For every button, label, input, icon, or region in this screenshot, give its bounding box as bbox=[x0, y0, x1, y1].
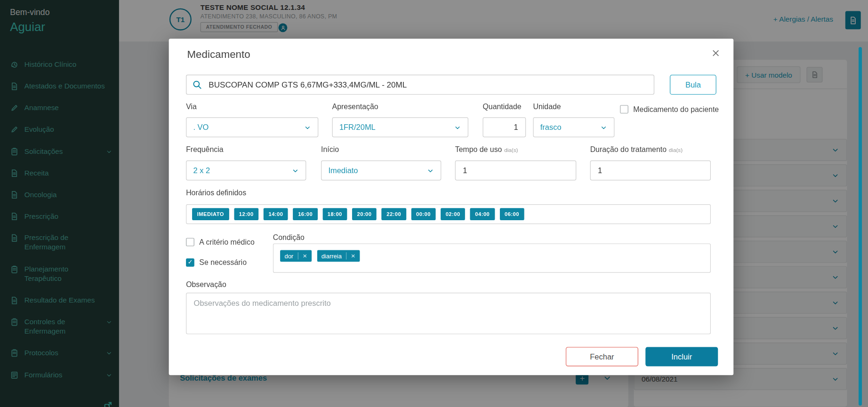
chevron-down-icon bbox=[427, 167, 434, 174]
condition-tag: diarreia× bbox=[317, 250, 360, 262]
checkbox[interactable] bbox=[620, 105, 628, 113]
chevron-down-icon bbox=[454, 124, 461, 131]
time-chip[interactable]: 12:00 bbox=[234, 208, 258, 220]
frequencia-field: Frequência 2 x 2 bbox=[186, 145, 306, 180]
chevron-down-icon bbox=[304, 124, 311, 131]
duracao-tratamento-label: Duração do tratamentodia(s) bbox=[590, 145, 711, 154]
via-field: Via . VO bbox=[186, 103, 318, 137]
unidade-label: Unidade bbox=[533, 103, 615, 112]
unidade-select[interactable]: frasco bbox=[533, 117, 615, 137]
remove-tag-icon[interactable]: × bbox=[298, 252, 307, 259]
time-chip[interactable]: 02:00 bbox=[441, 208, 465, 220]
inicio-label: Início bbox=[321, 145, 441, 154]
remove-tag-icon[interactable]: × bbox=[346, 252, 355, 259]
search-icon bbox=[192, 80, 202, 89]
via-select[interactable]: . VO bbox=[186, 117, 318, 137]
medication-modal: Medicamento Bula Via . VO Apresentação 1… bbox=[169, 39, 734, 375]
incluir-button[interactable]: Incluir bbox=[645, 347, 718, 366]
checkbox[interactable] bbox=[186, 258, 194, 267]
tempo-de-uso-label: Tempo de usodia(s) bbox=[455, 145, 577, 154]
close-icon[interactable] bbox=[711, 48, 720, 57]
modal-title: Medicamento bbox=[187, 48, 250, 61]
tempo-de-uso-field: Tempo de usodia(s) bbox=[455, 145, 577, 180]
bula-button[interactable]: Bula bbox=[670, 75, 716, 95]
inicio-select[interactable]: Imediato bbox=[321, 160, 441, 180]
se-necessario-checkbox[interactable]: Se necessário bbox=[186, 258, 247, 267]
unidade-value: frasco bbox=[540, 123, 562, 132]
observation-textarea[interactable] bbox=[186, 293, 711, 334]
observacao-label: Observação bbox=[186, 280, 226, 289]
apresentacao-label: Apresentação bbox=[332, 103, 468, 112]
defined-times-box: IMEDIATO12:0014:0016:0018:0020:0022:0000… bbox=[186, 204, 711, 224]
time-chip[interactable]: 16:00 bbox=[293, 208, 318, 220]
time-chip[interactable]: 00:00 bbox=[411, 208, 435, 220]
checkbox-label: A critério médico bbox=[199, 238, 254, 247]
unidade-field: Unidade frasco bbox=[533, 103, 615, 137]
time-chip[interactable]: 18:00 bbox=[322, 208, 347, 220]
vertical-scrollbar[interactable] bbox=[859, 47, 862, 406]
medication-search bbox=[186, 75, 654, 95]
checkbox-label: Se necessário bbox=[199, 258, 247, 267]
frequencia-select[interactable]: 2 x 2 bbox=[186, 160, 306, 180]
patient-medication-checkbox[interactable]: Medicamento do paciente bbox=[620, 105, 719, 113]
duracao-tratamento-input[interactable] bbox=[590, 160, 711, 180]
apresentacao-field: Apresentação 1FR/20ML bbox=[332, 103, 468, 137]
time-chip[interactable]: 06:00 bbox=[499, 208, 524, 220]
time-chip[interactable]: IMEDIATO bbox=[192, 208, 229, 220]
frequencia-value: 2 x 2 bbox=[193, 166, 210, 175]
frequencia-label: Frequência bbox=[186, 145, 306, 154]
condition-tag-label: dor bbox=[284, 253, 293, 259]
medication-search-input[interactable] bbox=[186, 75, 654, 95]
apresentacao-value: 1FR/20ML bbox=[339, 123, 376, 132]
time-chip[interactable]: 22:00 bbox=[382, 208, 406, 220]
quantidade-input[interactable] bbox=[482, 117, 526, 137]
inicio-value: Imediato bbox=[328, 166, 358, 175]
checkbox-label: Medicamento do paciente bbox=[633, 105, 719, 113]
inicio-field: Início Imediato bbox=[321, 145, 441, 180]
time-chip[interactable]: 20:00 bbox=[352, 208, 377, 220]
horarios-label: Horários definidos bbox=[186, 189, 246, 197]
apresentacao-select[interactable]: 1FR/20ML bbox=[332, 117, 468, 137]
criterio-medico-checkbox[interactable]: A critério médico bbox=[186, 238, 255, 247]
screen: Bem-vindo Aguiar Histórico ClínicoAtesta… bbox=[0, 0, 868, 407]
via-label: Via bbox=[186, 103, 318, 112]
condition-tag: dor× bbox=[280, 250, 311, 262]
via-value: . VO bbox=[193, 123, 209, 132]
fechar-button[interactable]: Fechar bbox=[566, 347, 638, 366]
time-chip[interactable]: 04:00 bbox=[470, 208, 495, 220]
time-chip[interactable]: 14:00 bbox=[264, 208, 288, 220]
unit-suffix: dia(s) bbox=[669, 147, 683, 153]
duracao-tratamento-field: Duração do tratamentodia(s) bbox=[590, 145, 711, 180]
condition-tag-label: diarreia bbox=[321, 253, 342, 259]
condition-tags-box[interactable]: dor×diarreia× bbox=[273, 243, 711, 272]
quantidade-field: Quantidade bbox=[482, 103, 526, 137]
condicao-label: Condição bbox=[273, 233, 305, 242]
chevron-down-icon bbox=[600, 124, 607, 131]
quantidade-label: Quantidade bbox=[482, 103, 526, 112]
unit-suffix: dia(s) bbox=[504, 147, 518, 153]
tempo-de-uso-input[interactable] bbox=[455, 160, 577, 180]
chevron-down-icon bbox=[292, 167, 299, 174]
checkbox[interactable] bbox=[186, 238, 194, 247]
